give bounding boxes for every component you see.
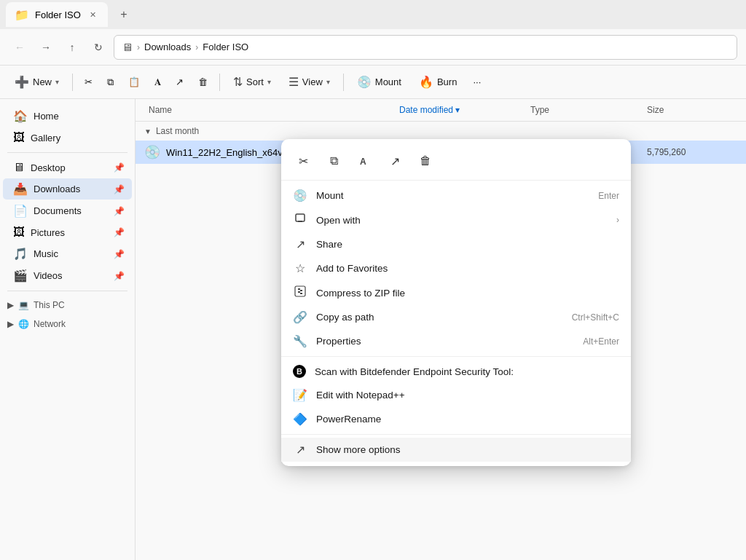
sidebar: 🏠 Home 🖼 Gallery 🖥 Desktop 📌 📥 Downloads…: [0, 99, 136, 560]
ctx-mount-icon: 💿: [293, 189, 307, 202]
svg-text:A: A: [360, 157, 366, 167]
new-button[interactable]: ➕ New ▾: [7, 71, 66, 92]
ctx-more-options-item[interactable]: ↗ Show more options: [281, 438, 631, 462]
ctx-more-options-icon: ↗: [293, 443, 307, 457]
sidebar-item-pictures[interactable]: 🖼 Pictures 📌: [3, 222, 132, 242]
mount-icon: 💿: [357, 75, 372, 89]
sidebar-item-network[interactable]: ▶ 🌐 Network: [0, 315, 135, 334]
sidebar-item-network-label: Network: [34, 319, 66, 329]
ctx-powerrename-icon: 🔷: [293, 412, 307, 426]
sidebar-item-desktop[interactable]: 🖥 Desktop 📌: [3, 157, 132, 178]
sidebar-item-thispc[interactable]: ▶ 💻 This PC: [0, 296, 135, 315]
svg-rect-6: [298, 291, 300, 293]
ctx-cut-button[interactable]: ✂: [290, 148, 316, 174]
sidebar-item-gallery[interactable]: 🖼 Gallery: [3, 127, 132, 148]
view-button[interactable]: ☰ View ▾: [281, 71, 337, 92]
ctx-bitdefender-item[interactable]: B Scan with Bitdefender Endpoint Securit…: [281, 360, 631, 383]
pictures-pin-icon: 📌: [114, 227, 125, 237]
music-icon: 🎵: [13, 247, 28, 261]
sidebar-item-downloads[interactable]: 📥 Downloads 📌: [3, 178, 132, 200]
share-button[interactable]: ↗: [170, 73, 189, 91]
breadcrumb-folder-iso[interactable]: Folder ISO: [203, 42, 248, 52]
delete-button[interactable]: 🗑: [192, 73, 213, 91]
refresh-button[interactable]: ↻: [87, 36, 109, 58]
ctx-copy-button[interactable]: ⧉: [321, 148, 347, 174]
active-tab[interactable]: 📁 Folder ISO ✕: [6, 2, 108, 27]
more-button[interactable]: ···: [467, 73, 487, 91]
ctx-rename-button[interactable]: A: [351, 148, 377, 174]
forward-button[interactable]: →: [35, 36, 57, 58]
svg-rect-5: [300, 290, 302, 291]
ctx-copy-path-icon: 🔗: [293, 310, 307, 324]
mount-label: Mount: [375, 76, 401, 87]
main-layout: 🏠 Home 🖼 Gallery 🖥 Desktop 📌 📥 Downloads…: [0, 99, 746, 560]
sidebar-item-documents-label: Documents: [34, 205, 82, 216]
monitor-icon: 🖥: [122, 41, 133, 53]
address-bar[interactable]: 🖥 › Downloads › Folder ISO: [114, 35, 737, 60]
rename-icon: 𝐀: [154, 76, 161, 88]
ctx-add-favorites-item[interactable]: ☆ Add to Favorites: [281, 256, 631, 280]
tab-close-button[interactable]: ✕: [87, 9, 99, 21]
ctx-more-options-label: Show more options: [316, 444, 619, 455]
svg-rect-1: [296, 214, 305, 221]
network-collapse-arrow: ▶: [7, 319, 14, 329]
copy-button[interactable]: ⧉: [101, 73, 119, 92]
content-area: Name Date modified ▾ Type Size ▼ Last mo…: [136, 99, 746, 560]
context-menu-overlay: ✂ ⧉ A ↗ 🗑 💿 Mount Enter: [136, 99, 746, 560]
context-menu-icon-row: ✂ ⧉ A ↗ 🗑: [281, 143, 631, 181]
ctx-open-with-icon: [293, 213, 307, 227]
svg-rect-4: [298, 288, 300, 290]
sidebar-item-home[interactable]: 🏠 Home: [3, 106, 132, 127]
rename-button[interactable]: 𝐀: [149, 73, 167, 92]
music-pin-icon: 📌: [114, 249, 125, 259]
sort-label: Sort: [246, 76, 264, 87]
ctx-divider-1: [281, 356, 631, 357]
cut-button[interactable]: ✂: [79, 73, 98, 91]
ctx-properties-shortcut: Alt+Enter: [583, 336, 619, 347]
ctx-open-with-label: Open with: [316, 215, 608, 226]
pictures-icon: 🖼: [13, 226, 25, 239]
ctx-share-button[interactable]: ↗: [382, 148, 408, 174]
documents-icon: 📄: [13, 204, 28, 218]
thispc-icon: 💻: [18, 300, 29, 310]
downloads-pin-icon: 📌: [114, 184, 125, 194]
ctx-powerrename-item[interactable]: 🔷 PowerRename: [281, 407, 631, 431]
ctx-notepadpp-label: Edit with Notepad++: [316, 390, 619, 401]
ctx-open-with-item[interactable]: Open with ›: [281, 208, 631, 232]
mount-button[interactable]: 💿 Mount: [350, 71, 409, 92]
back-button[interactable]: ←: [9, 36, 31, 58]
ctx-mount-label: Mount: [316, 190, 589, 201]
toolbar: ➕ New ▾ ✂ ⧉ 📋 𝐀 ↗ 🗑 ⇅ Sort ▾ ☰ View ▾ 💿 …: [0, 66, 746, 99]
gallery-icon: 🖼: [13, 131, 25, 144]
ctx-notepadpp-item[interactable]: 📝 Edit with Notepad++: [281, 383, 631, 407]
ctx-copy-path-item[interactable]: 🔗 Copy as path Ctrl+Shift+C: [281, 305, 631, 329]
up-button[interactable]: ↑: [61, 36, 83, 58]
ctx-properties-item[interactable]: 🔧 Properties Alt+Enter: [281, 329, 631, 353]
tab-title: Folder ISO: [35, 9, 81, 20]
documents-pin-icon: 📌: [114, 206, 125, 216]
new-tab-button[interactable]: +: [114, 4, 134, 25]
ctx-share-icon: ↗: [293, 237, 307, 251]
ctx-bitdefender-label: Scan with Bitdefender Endpoint Security …: [315, 366, 619, 377]
paste-icon: 📋: [128, 76, 140, 87]
ctx-delete-button[interactable]: 🗑: [412, 148, 439, 174]
svg-rect-7: [300, 293, 302, 294]
context-menu: ✂ ⧉ A ↗ 🗑 💿 Mount Enter: [281, 139, 631, 466]
breadcrumb-downloads[interactable]: Downloads: [144, 42, 191, 52]
cut-icon: ✂: [85, 76, 93, 87]
sidebar-item-videos[interactable]: 🎬 Videos 📌: [3, 265, 132, 286]
ctx-share-item[interactable]: ↗ Share: [281, 232, 631, 256]
share-icon: ↗: [176, 76, 184, 87]
ctx-divider-2: [281, 434, 631, 435]
ctx-mount-item[interactable]: 💿 Mount Enter: [281, 184, 631, 208]
toolbar-divider-3: [343, 74, 344, 91]
sidebar-item-documents[interactable]: 📄 Documents 📌: [3, 200, 132, 221]
burn-button[interactable]: 🔥 Burn: [412, 71, 464, 92]
sidebar-item-home-label: Home: [34, 111, 59, 122]
ctx-open-with-arrow: ›: [616, 215, 619, 225]
ctx-compress-zip-item[interactable]: Compress to ZIP file: [281, 280, 631, 305]
sort-button[interactable]: ⇅ Sort ▾: [226, 71, 278, 92]
ctx-properties-label: Properties: [316, 336, 574, 347]
sidebar-item-music[interactable]: 🎵 Music 📌: [3, 243, 132, 264]
paste-button[interactable]: 📋: [122, 73, 146, 91]
